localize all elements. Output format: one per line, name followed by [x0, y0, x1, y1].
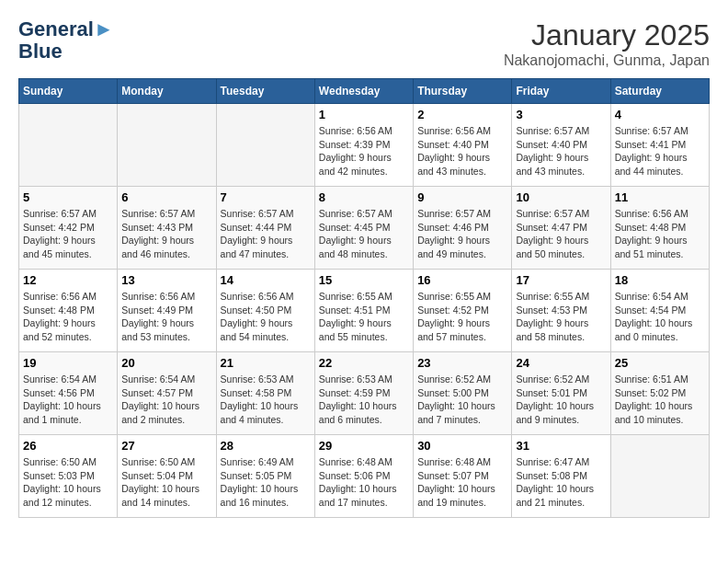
day-number: 26: [23, 439, 113, 453]
day-number: 30: [417, 439, 507, 453]
day-number: 8: [319, 190, 409, 204]
weekday-header-friday: Friday: [512, 79, 610, 104]
day-number: 1: [319, 108, 409, 121]
day-number: 20: [121, 356, 211, 370]
day-cell: 18Sunrise: 6:54 AMSunset: 4:54 PMDayligh…: [610, 270, 709, 352]
day-number: 15: [319, 273, 409, 287]
day-number: 11: [615, 190, 705, 204]
day-number: 7: [221, 190, 311, 204]
day-number: 25: [615, 356, 705, 370]
week-row-4: 19Sunrise: 6:54 AMSunset: 4:56 PMDayligh…: [19, 352, 710, 435]
day-info: Sunrise: 6:48 AMSunset: 5:07 PMDaylight:…: [417, 455, 507, 510]
weekday-header-wednesday: Wednesday: [314, 79, 413, 104]
day-info: Sunrise: 6:57 AMSunset: 4:43 PMDaylight:…: [121, 207, 211, 261]
week-row-2: 5Sunrise: 6:57 AMSunset: 4:42 PMDaylight…: [19, 187, 710, 270]
day-number: 4: [615, 108, 705, 121]
day-number: 22: [319, 356, 409, 370]
day-info: Sunrise: 6:56 AMSunset: 4:40 PMDaylight:…: [417, 124, 507, 178]
day-number: 6: [121, 190, 211, 204]
day-info: Sunrise: 6:55 AMSunset: 4:52 PMDaylight:…: [417, 290, 507, 344]
day-number: 21: [221, 356, 311, 370]
day-cell: 1Sunrise: 6:56 AMSunset: 4:39 PMDaylight…: [314, 104, 413, 187]
day-cell: 26Sunrise: 6:50 AMSunset: 5:03 PMDayligh…: [19, 435, 118, 518]
location: Nakanojomachi, Gunma, Japan: [504, 52, 710, 69]
day-cell: 5Sunrise: 6:57 AMSunset: 4:42 PMDaylight…: [19, 187, 118, 270]
day-cell: 15Sunrise: 6:55 AMSunset: 4:51 PMDayligh…: [314, 270, 413, 352]
day-info: Sunrise: 6:57 AMSunset: 4:44 PMDaylight:…: [221, 207, 311, 261]
week-row-3: 12Sunrise: 6:56 AMSunset: 4:48 PMDayligh…: [19, 270, 710, 352]
day-cell: 2Sunrise: 6:56 AMSunset: 4:40 PMDaylight…: [414, 104, 512, 187]
day-cell: 29Sunrise: 6:48 AMSunset: 5:06 PMDayligh…: [314, 435, 413, 518]
day-info: Sunrise: 6:57 AMSunset: 4:46 PMDaylight:…: [417, 207, 507, 261]
day-number: 13: [121, 273, 211, 287]
day-cell: 28Sunrise: 6:49 AMSunset: 5:05 PMDayligh…: [216, 435, 314, 518]
day-number: 18: [615, 273, 705, 287]
day-info: Sunrise: 6:56 AMSunset: 4:48 PMDaylight:…: [23, 290, 113, 344]
day-number: 27: [121, 439, 211, 453]
day-cell: [19, 104, 118, 187]
day-info: Sunrise: 6:55 AMSunset: 4:53 PMDaylight:…: [516, 290, 606, 344]
day-number: 16: [417, 273, 507, 287]
weekday-header-saturday: Saturday: [610, 79, 709, 104]
weekday-header-tuesday: Tuesday: [216, 79, 314, 104]
logo: General►Blue: [18, 18, 114, 63]
day-cell: 17Sunrise: 6:55 AMSunset: 4:53 PMDayligh…: [512, 270, 610, 352]
day-info: Sunrise: 6:57 AMSunset: 4:47 PMDaylight:…: [516, 207, 606, 261]
day-info: Sunrise: 6:48 AMSunset: 5:06 PMDaylight:…: [319, 455, 409, 510]
day-number: 28: [221, 439, 311, 453]
day-number: 3: [516, 108, 606, 121]
day-info: Sunrise: 6:53 AMSunset: 4:58 PMDaylight:…: [221, 373, 311, 427]
day-cell: 6Sunrise: 6:57 AMSunset: 4:43 PMDaylight…: [118, 187, 216, 270]
day-number: 5: [23, 190, 113, 204]
day-cell: 20Sunrise: 6:54 AMSunset: 4:57 PMDayligh…: [118, 352, 216, 435]
day-cell: 21Sunrise: 6:53 AMSunset: 4:58 PMDayligh…: [216, 352, 314, 435]
month-title: January 2025: [504, 18, 710, 52]
weekday-header-sunday: Sunday: [19, 79, 118, 104]
day-number: 31: [516, 439, 606, 453]
day-info: Sunrise: 6:54 AMSunset: 4:56 PMDaylight:…: [23, 373, 113, 427]
day-number: 14: [221, 273, 311, 287]
day-cell: [216, 104, 314, 187]
day-number: 19: [23, 356, 113, 370]
day-cell: 9Sunrise: 6:57 AMSunset: 4:46 PMDaylight…: [414, 187, 512, 270]
day-number: 10: [516, 190, 606, 204]
day-cell: 16Sunrise: 6:55 AMSunset: 4:52 PMDayligh…: [414, 270, 512, 352]
day-cell: 30Sunrise: 6:48 AMSunset: 5:07 PMDayligh…: [414, 435, 512, 518]
day-info: Sunrise: 6:56 AMSunset: 4:48 PMDaylight:…: [615, 207, 705, 261]
week-row-1: 1Sunrise: 6:56 AMSunset: 4:39 PMDaylight…: [19, 104, 710, 187]
day-cell: 22Sunrise: 6:53 AMSunset: 4:59 PMDayligh…: [314, 352, 413, 435]
day-cell: [610, 435, 709, 518]
day-info: Sunrise: 6:57 AMSunset: 4:45 PMDaylight:…: [319, 207, 409, 261]
day-info: Sunrise: 6:54 AMSunset: 4:54 PMDaylight:…: [615, 290, 705, 344]
day-info: Sunrise: 6:54 AMSunset: 4:57 PMDaylight:…: [121, 373, 211, 427]
day-cell: [118, 104, 216, 187]
day-info: Sunrise: 6:56 AMSunset: 4:39 PMDaylight:…: [319, 124, 409, 178]
day-cell: 12Sunrise: 6:56 AMSunset: 4:48 PMDayligh…: [19, 270, 118, 352]
day-info: Sunrise: 6:47 AMSunset: 5:08 PMDaylight:…: [516, 455, 606, 510]
weekday-header-row: SundayMondayTuesdayWednesdayThursdayFrid…: [19, 79, 710, 104]
page-header: General►Blue January 2025 Nakanojomachi,…: [18, 18, 710, 69]
day-info: Sunrise: 6:56 AMSunset: 4:49 PMDaylight:…: [121, 290, 211, 344]
day-number: 9: [417, 190, 507, 204]
day-cell: 8Sunrise: 6:57 AMSunset: 4:45 PMDaylight…: [314, 187, 413, 270]
day-info: Sunrise: 6:57 AMSunset: 4:40 PMDaylight:…: [516, 124, 606, 178]
day-info: Sunrise: 6:52 AMSunset: 5:00 PMDaylight:…: [417, 373, 507, 427]
calendar-table: SundayMondayTuesdayWednesdayThursdayFrid…: [18, 78, 710, 518]
day-info: Sunrise: 6:50 AMSunset: 5:03 PMDaylight:…: [23, 455, 113, 510]
day-number: 23: [417, 356, 507, 370]
day-info: Sunrise: 6:52 AMSunset: 5:01 PMDaylight:…: [516, 373, 606, 427]
day-number: 29: [319, 439, 409, 453]
day-cell: 25Sunrise: 6:51 AMSunset: 5:02 PMDayligh…: [610, 352, 709, 435]
day-info: Sunrise: 6:56 AMSunset: 4:50 PMDaylight:…: [221, 290, 311, 344]
day-info: Sunrise: 6:50 AMSunset: 5:04 PMDaylight:…: [121, 455, 211, 510]
day-cell: 4Sunrise: 6:57 AMSunset: 4:41 PMDaylight…: [610, 104, 709, 187]
day-info: Sunrise: 6:57 AMSunset: 4:42 PMDaylight:…: [23, 207, 113, 261]
day-number: 2: [417, 108, 507, 121]
weekday-header-thursday: Thursday: [414, 79, 512, 104]
day-cell: 19Sunrise: 6:54 AMSunset: 4:56 PMDayligh…: [19, 352, 118, 435]
day-info: Sunrise: 6:53 AMSunset: 4:59 PMDaylight:…: [319, 373, 409, 427]
day-info: Sunrise: 6:55 AMSunset: 4:51 PMDaylight:…: [319, 290, 409, 344]
day-info: Sunrise: 6:51 AMSunset: 5:02 PMDaylight:…: [615, 373, 705, 427]
logo-text: General►Blue: [18, 18, 114, 63]
week-row-5: 26Sunrise: 6:50 AMSunset: 5:03 PMDayligh…: [19, 435, 710, 518]
